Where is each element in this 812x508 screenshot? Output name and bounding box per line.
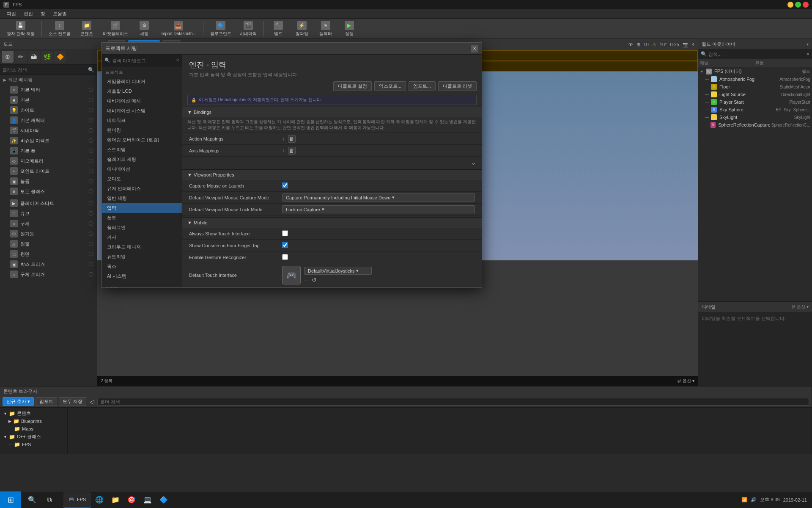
- nav-collision[interactable]: 렌더링 오버라이드 (로컬): [102, 135, 182, 145]
- taskbar-ue4-icon[interactable]: 🔷: [156, 492, 171, 508]
- basic-item[interactable]: ■ 기본 ⓘ: [0, 95, 97, 105]
- view-options-btn[interactable]: 뷰 옵션 ▾: [677, 378, 694, 384]
- defaults-button[interactable]: 디폴트로 설정: [333, 81, 372, 91]
- folder-content[interactable]: ▼ 📁 콘텐츠: [2, 409, 66, 417]
- foliage-mode-icon[interactable]: 🌿: [41, 51, 53, 63]
- default-capture-mode-dropdown[interactable]: Capture Permanently Including Initial Mo…: [282, 193, 475, 202]
- geometry-item[interactable]: ◇ 지오메트리 ⓘ: [0, 156, 97, 166]
- cinematics-button[interactable]: 🎬 시네마틱: [236, 19, 260, 39]
- taskbar-explorer-icon[interactable]: 📁: [108, 492, 123, 508]
- grid-icon[interactable]: ⊞: [636, 42, 640, 47]
- nav-input[interactable]: 입력 기본 입력 동작 및 축 설정이 포함된 입력 세팅입니다.: [102, 203, 182, 213]
- place-mode-icon[interactable]: ⊕: [2, 51, 14, 63]
- volumes-item[interactable]: ▣ 볼륨 ⓘ: [0, 176, 97, 186]
- nav-plugin[interactable]: 플러그인: [102, 223, 182, 232]
- settings-button[interactable]: ⚙ 세팅: [133, 19, 155, 39]
- export-button[interactable]: 익스포트...: [374, 81, 406, 91]
- point-light-item[interactable]: • 포인트 라이트 ⓘ: [0, 166, 97, 176]
- nav-tutorials[interactable]: 튜토리얼: [102, 252, 182, 262]
- cinematic-item[interactable]: 🎬 시네마틱 ⓘ: [0, 125, 97, 135]
- maximize-button[interactable]: [795, 2, 801, 8]
- sphere-trigger-item[interactable]: ○ 구체 트리거 ⓘ: [0, 269, 97, 279]
- new-add-button[interactable]: 신규 추가 ▾: [3, 397, 34, 406]
- basic-phone-item[interactable]: 📱 기본 폰 ⓘ: [0, 146, 97, 156]
- nav-gameplay[interactable]: 게임플레이 디버거: [102, 77, 182, 86]
- cylinder-item[interactable]: ⬭ 원기둥 ⓘ: [0, 229, 97, 239]
- run-button[interactable]: ▶ 실행: [338, 19, 360, 39]
- save-all-button[interactable]: 모두 저장: [59, 397, 86, 406]
- outliner-fps-editor[interactable]: ▼ W FPS (에디터) 월드: [698, 67, 812, 75]
- save-button[interactable]: 💾 원자 단락 저장: [3, 19, 38, 39]
- nav-crowd[interactable]: 크라우드 매니저: [102, 242, 182, 252]
- nav-font[interactable]: 폰트: [102, 213, 182, 223]
- basic-vector-item[interactable]: ○ 기본 벡터 ⓘ: [0, 85, 97, 95]
- folder-fps[interactable]: — 📁 FPS: [2, 441, 66, 448]
- import-button-settings[interactable]: 임포트...: [409, 81, 436, 91]
- paint-mode-icon[interactable]: ✏: [15, 51, 27, 63]
- compile-button[interactable]: ⚡ 컴파일: [291, 19, 313, 39]
- nav-streaming[interactable]: 스트리밍: [102, 145, 182, 155]
- build-button[interactable]: 🔨 빌드: [267, 19, 289, 39]
- nav-rendering[interactable]: 렌더링: [102, 125, 182, 135]
- import-button[interactable]: 임포트: [36, 397, 57, 406]
- blueprints-button[interactable]: 🔷 블루프린트: [207, 19, 235, 39]
- outliner-light-source[interactable]: — L Light Source DirectionalLight: [698, 91, 812, 98]
- sphere-item[interactable]: ○ 구체 ⓘ: [0, 218, 97, 229]
- close-icon[interactable]: ✕: [806, 52, 809, 56]
- touch-interface-dropdown[interactable]: DefaultVirtualJoysticks ▾: [304, 267, 372, 275]
- taskbar-epic-icon[interactable]: 🎯: [124, 492, 139, 508]
- nav-animation[interactable]: 애니메이션: [102, 164, 182, 174]
- modal-close-button[interactable]: ✕: [471, 45, 478, 52]
- box-trigger-item[interactable]: ▣ 박스 트리거 ⓘ: [0, 259, 97, 269]
- default-lock-mode-dropdown[interactable]: Lock on Capture ▾: [282, 205, 475, 213]
- nav-nav-system[interactable]: 내비게이션 시스템: [102, 106, 182, 116]
- folder-blueprints[interactable]: ▶ 📁 Blueprints: [2, 417, 66, 425]
- warning-icon[interactable]: ⚠: [652, 42, 656, 47]
- player-start-item[interactable]: ▶ 플레이어 스타트 ⓘ: [0, 198, 97, 208]
- minimize-button[interactable]: [787, 2, 793, 8]
- capture-mouse-checkbox[interactable]: [282, 182, 288, 188]
- nav-audio[interactable]: 오디오: [102, 174, 182, 184]
- taskbar-search-icon[interactable]: 🔍: [25, 492, 40, 508]
- content-button[interactable]: 📁 콘텐츠: [76, 19, 98, 39]
- export-list-button[interactable]: 디폴트로 리셋: [438, 81, 477, 91]
- perspective-icon[interactable]: 👁: [628, 42, 633, 47]
- nav-general[interactable]: 일반 세팅: [102, 193, 182, 203]
- nav-lod[interactable]: 게출할 LOD: [102, 86, 182, 96]
- nav-physics[interactable]: 픽스: [102, 262, 182, 271]
- folder-search-input[interactable]: [100, 399, 806, 404]
- outliner-options-btn[interactable]: ▾: [807, 42, 809, 47]
- viewport-properties-header[interactable]: ▼ Viewport Properties: [182, 170, 482, 180]
- touch-prev-button[interactable]: ←: [304, 276, 310, 283]
- nav-nav-mesh[interactable]: 내비게이션 메시: [102, 96, 182, 106]
- outliner-sphere-reflection[interactable]: — R SphereReflectionCapture SphereReflec…: [698, 121, 812, 129]
- basic-character-item[interactable]: 👤 기본 캐릭터 ⓘ: [0, 115, 97, 125]
- taskbar-vscode-icon[interactable]: 💻: [140, 492, 155, 508]
- nav-network[interactable]: 네트워크: [102, 116, 182, 125]
- landscape-mode-icon[interactable]: 🏔: [28, 51, 40, 63]
- menu-window[interactable]: 창: [37, 10, 49, 18]
- collapse-button[interactable]: ◁: [88, 398, 96, 406]
- bindings-expand-icon[interactable]: ⌄: [470, 158, 477, 166]
- action-mappings-delete-btn[interactable]: 🗑: [288, 135, 296, 143]
- enable-gesture-checkbox[interactable]: [282, 254, 288, 260]
- mobile-header[interactable]: ▼ Mobile: [182, 218, 482, 228]
- marketplace-button[interactable]: 🛒 마켓플레이스: [99, 19, 132, 39]
- modal-search-clear[interactable]: ✕: [176, 58, 179, 63]
- menu-file[interactable]: 파일: [3, 10, 19, 18]
- outliner-search-input[interactable]: [708, 52, 804, 57]
- all-classes-item[interactable]: ≡ 모든 클래스 ⓘ: [0, 186, 97, 196]
- visual-effect-item[interactable]: ✨ 비쥬얼 이펙트 ⓘ: [0, 135, 97, 146]
- folder-cpp-classes[interactable]: ▼ 📁 C++ 클래스: [2, 433, 66, 441]
- cone-item[interactable]: △ 원뿔 ⓘ: [0, 239, 97, 249]
- nav-user-interface[interactable]: 유저 인터페이스: [102, 184, 182, 193]
- menu-edit[interactable]: 편집: [20, 10, 36, 18]
- import-datasmith-button[interactable]: 📥 Import Datasmith...: [157, 19, 199, 38]
- taskbar-start-button[interactable]: ⊞: [0, 491, 21, 508]
- outliner-player-start[interactable]: — P Player Start PlayerStart: [698, 98, 812, 106]
- outliner-sky-light[interactable]: — L SkyLight SkyLight: [698, 113, 812, 121]
- select-button[interactable]: 🖱 셀렉터: [315, 19, 337, 39]
- menu-help[interactable]: 도움말: [49, 10, 70, 18]
- taskbar-task-view-icon[interactable]: ⧉: [41, 492, 57, 508]
- recent-placed-category[interactable]: ▶ 최근 배치됨: [0, 75, 97, 85]
